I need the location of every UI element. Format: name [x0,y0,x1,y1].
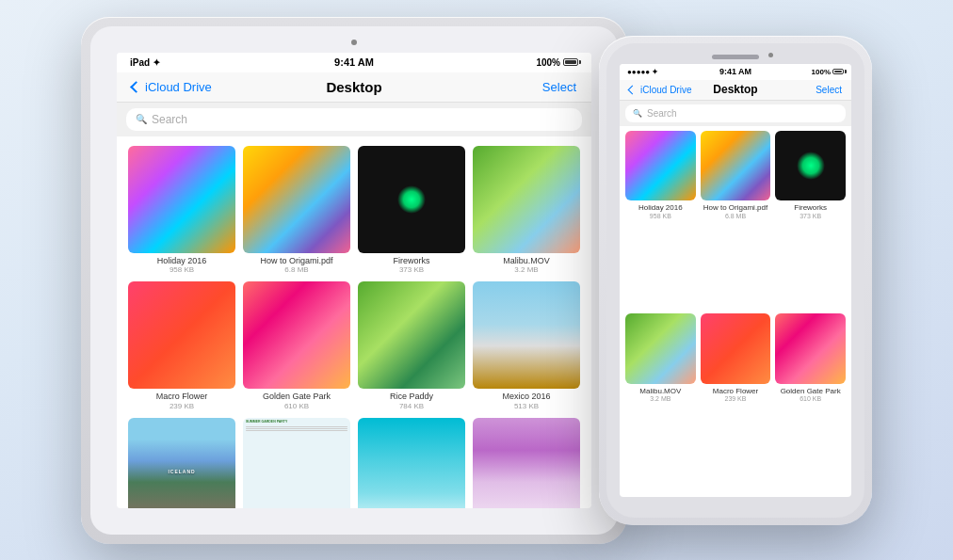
summer-lines [246,426,347,431]
iphone-back-button[interactable]: iCloud Drive [629,85,691,95]
file-name: Macro Flower [156,392,208,402]
ipad-frame: iPad ✦ 9:41 AM 100% iCloud Drive Desktop… [90,26,618,535]
file-thumbnail [625,131,696,201]
ipad-status-right: 100% [536,57,578,68]
iphone-select-button[interactable]: Select [816,85,842,95]
file-name: Malibu.MOV [639,387,681,396]
ipad-camera [351,40,357,45]
file-size: 3.2 MB [514,265,538,274]
file-size: 239 KB [725,395,747,402]
summer-line [246,430,347,431]
list-item[interactable]: Macro Flower 239 KB [701,313,771,492]
list-item[interactable]: Mexico 2016 513 KB [473,281,580,410]
file-thumbnail [358,281,465,389]
ipad-time: 9:41 AM [334,56,374,68]
list-item[interactable]: Rice Paddy 784 KB [358,281,465,410]
file-name: How to Origami.pdf [260,256,332,266]
list-item[interactable]: SUMMER GARDEN PARTY Summer Garden Party … [243,418,350,507]
file-thumbnail [701,131,771,201]
file-thumbnail [775,313,846,384]
summer-party-content: SUMMER GARDEN PARTY [243,418,350,507]
iphone-battery-icon [832,69,844,74]
file-thumbnail [701,313,771,384]
list-item[interactable]: Macro Flower 239 KB [128,281,235,410]
iphone-status-bar: ●●●●● ✦ 9:41 AM 100% [620,64,851,80]
iphone-screen: ●●●●● ✦ 9:41 AM 100% iCloud Drive Deskto… [620,64,851,497]
list-item[interactable]: Malibu.MOV 3.2 MB [473,146,580,275]
iphone-battery-fill [834,71,842,72]
file-size: 958 KB [650,213,671,219]
list-item[interactable]: How to Origami.pdf 6.8 MB [701,131,771,310]
ipad-search-placeholder: Search [152,113,187,126]
list-item[interactable]: Golden Gate Park 610 KB [243,281,350,410]
ipad-back-chevron [130,81,142,93]
summer-line [246,428,347,429]
ipad-nav-bar: iCloud Drive Desktop Select [117,72,591,103]
ipad-search-icon: 🔍 [136,114,147,124]
file-thumbnail [243,146,350,253]
file-thumbnail [128,146,235,253]
iphone-files-grid: Holiday 2016 958 KB How to Origami.pdf 6… [620,126,851,497]
file-name: Malibu.MOV [503,256,550,266]
file-thumbnail [358,146,465,253]
file-thumbnail [128,418,235,507]
ipad-battery-pct: 100% [536,57,560,68]
file-size: 610 KB [800,395,821,402]
file-name: How to Origami.pdf [703,203,767,213]
ipad-device-label: iPad ✦ [130,57,160,68]
file-thumbnail [243,281,350,389]
file-size: 610 KB [284,402,309,410]
list-item[interactable]: How to Origami.pdf 6.8 MB [243,146,350,275]
summer-title: SUMMER GARDEN PARTY [246,421,287,424]
ipad-search-bar[interactable]: 🔍 Search [126,108,582,131]
list-item[interactable]: Lollipop 412 KB [358,418,465,507]
file-size: 958 KB [170,265,194,274]
file-thumbnail [473,281,580,389]
ipad-status-left: iPad ✦ [130,57,160,68]
iphone-time: 9:41 AM [719,67,751,76]
iphone-speaker [712,55,759,59]
list-item[interactable]: Fireworks 373 KB [358,146,465,275]
iphone-back-chevron [628,85,638,94]
iphone-nav-title: Desktop [713,83,757,96]
ipad-back-label: iCloud Drive [145,80,212,94]
iphone-search-bar[interactable]: 🔍 Search [625,104,846,122]
list-item[interactable]: Malibu.MOV 3.2 MB [625,313,696,492]
list-item[interactable]: Iceland 1.2 MB [128,418,235,507]
iphone-nav-bar: iCloud Drive Desktop Select [620,80,851,101]
file-name: Fireworks [794,203,827,213]
file-name: Mexico 2016 [502,392,550,402]
file-size: 239 KB [170,402,194,410]
ipad-battery-fill [565,60,576,64]
ipad-back-button[interactable]: iCloud Drive [132,80,212,94]
list-item[interactable]: Fireworks 373 KB [775,131,846,310]
file-size: 6.8 MB [284,265,308,274]
iphone-signal: ●●●●● ✦ [627,68,658,76]
ipad-screen: iPad ✦ 9:41 AM 100% iCloud Drive Desktop… [117,53,591,508]
file-thumbnail [775,131,846,201]
file-size: 784 KB [399,402,424,410]
summer-line [246,426,347,427]
file-thumbnail [473,146,580,253]
list-item[interactable]: Purple Sky 398 KB [473,418,580,507]
iphone-search-icon: 🔍 [633,109,642,118]
file-name: Holiday 2016 [638,203,683,213]
file-thumbnail [358,418,465,507]
list-item[interactable]: Holiday 2016 958 KB [128,146,235,275]
list-item[interactable]: Golden Gate Park 610 KB [775,313,846,492]
file-thumbnail [473,418,580,507]
file-size: 373 KB [399,265,424,274]
iphone-status-right: 100% [812,68,844,76]
file-name: Fireworks [393,256,429,266]
file-name: Holiday 2016 [157,256,207,266]
iphone-search-wrap: 🔍 Search [620,101,851,126]
iphone-battery-pct: 100% [812,68,831,76]
file-size: 513 KB [514,402,539,410]
list-item[interactable]: Holiday 2016 958 KB [625,131,696,310]
ipad-search-wrap: 🔍 Search [117,103,591,136]
ipad-files-grid: Holiday 2016 958 KB How to Origami.pdf 6… [117,136,591,508]
ipad-select-button[interactable]: Select [542,80,576,94]
file-name: Golden Gate Park [263,392,331,402]
iphone-camera [768,53,773,57]
iphone-search-placeholder: Search [647,108,677,119]
